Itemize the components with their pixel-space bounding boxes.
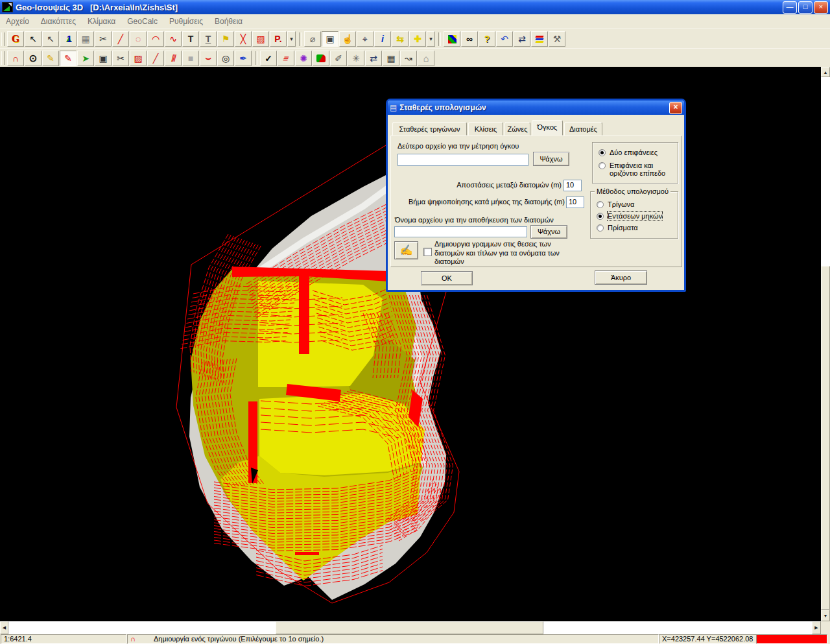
zoom-window-icon[interactable]: ⌖	[357, 31, 374, 47]
minimize-button[interactable]: —	[783, 1, 797, 14]
window-titlebar[interactable]: Geo-Ισουψείς 3D [D:\Arxeia\In\Zishs\St] …	[0, 0, 830, 14]
method-radio-2[interactable]	[597, 224, 604, 232]
toolbar2-handle[interactable]	[1, 51, 5, 65]
second-file-input[interactable]	[397, 154, 528, 166]
dialog-titlebar[interactable]: ▤ Σταθερές υπολογισμών ×	[388, 101, 684, 115]
crosshair-dropdown[interactable]: ▾	[427, 31, 435, 47]
polyline-icon[interactable]: ∿	[165, 31, 182, 47]
colormap-icon[interactable]	[313, 51, 329, 66]
vertical-scroll-thumb[interactable]	[821, 266, 830, 610]
dialog-close-button[interactable]: ×	[669, 102, 682, 114]
pan-hand-icon[interactable]: ☝	[339, 31, 356, 47]
label-flag-icon[interactable]: ⚑	[217, 31, 234, 47]
surface-tool-icon[interactable]: ⚒	[549, 31, 565, 47]
ok-button[interactable]: OK	[421, 271, 473, 285]
info-point-icon[interactable]: i	[374, 31, 391, 47]
menu-archeio[interactable]: Αρχείο	[0, 14, 35, 29]
contour-line-icon[interactable]: ∩	[7, 51, 24, 66]
hatch-area-icon[interactable]: ▨	[252, 31, 269, 47]
zoom-tools-icon[interactable]: ⌀	[304, 31, 321, 47]
vertical-scrollbar[interactable]: ▲ ▼	[821, 67, 830, 621]
scroll-left-button[interactable]: ◀	[0, 621, 8, 634]
swap-layers-icon[interactable]: ⇄	[365, 51, 382, 66]
insect-icon[interactable]: ✺	[295, 51, 312, 66]
contour-pen-icon[interactable]: ✎	[60, 51, 77, 66]
tab-0[interactable]: Σταθερές τριγώνων	[392, 122, 467, 136]
surface-radio-0[interactable]	[599, 149, 606, 156]
triangulate-icon[interactable]: ➤	[77, 51, 94, 66]
zoom-extents-icon[interactable]: ▣	[322, 31, 338, 47]
delete-point-icon[interactable]: ✂	[95, 31, 112, 47]
save-file-input[interactable]	[394, 226, 527, 237]
valley-line-icon[interactable]: ⌣	[200, 51, 217, 66]
method-radio-label-2[interactable]: Πρίσματα	[608, 224, 638, 232]
crosshair-icon[interactable]: ✚	[409, 31, 426, 47]
surface-radio-label-0[interactable]: Δύο επιφάνειες	[610, 149, 658, 156]
hand-draw-button[interactable]: ✍	[394, 241, 418, 259]
tab-ogkos[interactable]: Όγκος	[532, 120, 563, 136]
text-edit-icon[interactable]: T	[200, 31, 217, 47]
draw-line-icon[interactable]: ╱	[112, 31, 129, 47]
menu-klimaka[interactable]: Κλίμακα	[82, 14, 121, 29]
contour-lines3-icon[interactable]: ≡	[278, 51, 294, 66]
find-icon[interactable]: ∞	[461, 31, 478, 47]
slope-line-icon[interactable]: ╱	[147, 51, 164, 66]
scroll-right-button[interactable]: ▶	[812, 621, 821, 634]
text-icon[interactable]: T	[182, 31, 199, 47]
step-move-icon[interactable]: ⇆	[392, 31, 409, 47]
digitize-step-input[interactable]: 10	[566, 197, 584, 208]
camera-view-icon[interactable]: ▣	[95, 51, 112, 66]
point-label-icon[interactable]: P.	[270, 31, 287, 47]
method-radio-0[interactable]	[597, 201, 604, 208]
method-radio-1[interactable]	[597, 213, 604, 220]
surface-stats-icon[interactable]: ▲1	[60, 31, 77, 47]
ink-pen-icon[interactable]: ✒	[235, 51, 252, 66]
visibility-eye-icon[interactable]: ⊙	[25, 51, 42, 66]
distance-input[interactable]: 10	[563, 180, 582, 191]
smooth-curve-icon[interactable]: ↝	[400, 51, 417, 66]
surface-radio-1[interactable]	[599, 162, 606, 169]
menu-rythmiseis[interactable]: Ρυθμίσεις	[163, 14, 209, 29]
measure-line-icon[interactable]: ╳	[235, 31, 252, 47]
cancel-button[interactable]: Άκυρο	[595, 270, 647, 285]
dashed-circle-icon[interactable]: ◌	[130, 31, 147, 47]
create-lines-checkbox[interactable]	[423, 248, 432, 256]
menu-geocalc[interactable]: GeoCalc	[121, 14, 163, 29]
close-button[interactable]: ×	[814, 1, 828, 14]
layers-icon[interactable]	[531, 31, 548, 47]
redraw-icon[interactable]: ⇄	[514, 31, 530, 47]
mesh-net-icon[interactable]: ✳	[348, 51, 364, 66]
apply-check-icon[interactable]: ✓	[260, 51, 277, 66]
hatch-lines-icon[interactable]: ///	[165, 51, 182, 66]
method-radio-label-0[interactable]: Τρίγωνα	[608, 200, 634, 208]
geo-logo-icon[interactable]: G	[7, 31, 24, 47]
menu-diakoptes[interactable]: Διακόπτες	[35, 14, 82, 29]
scroll-up-button[interactable]: ▲	[821, 67, 830, 77]
tab-2[interactable]: Ζώνες	[504, 122, 530, 136]
hatch-zone-icon[interactable]: ▨	[130, 51, 147, 66]
tab-1[interactable]: Κλίσεις	[468, 122, 503, 136]
horizontal-scrollbar[interactable]: ◀ ▶	[0, 621, 821, 634]
surface-radio-label-1[interactable]: Επιφάνεια και οριζόντιο επίπεδο	[610, 161, 674, 177]
cut-triangle-icon[interactable]: ✂	[112, 51, 129, 66]
point-circle-icon[interactable]: ◎	[217, 51, 234, 66]
flat-area-icon[interactable]: ■	[182, 51, 199, 66]
browse-save-file-button[interactable]: Ψάχνω	[530, 225, 567, 239]
browse-second-file-button[interactable]: Ψάχνω	[533, 152, 569, 166]
polygon-icon[interactable]: ⌂	[418, 51, 434, 66]
toolbar1-handle[interactable]	[1, 32, 5, 46]
menu-boitheia[interactable]: Βοήθεια	[209, 14, 248, 29]
tab-4[interactable]: Διατομές	[564, 122, 602, 136]
delete-grid-icon[interactable]: ▦	[383, 51, 399, 66]
undo-icon[interactable]: ↶	[496, 31, 513, 47]
select-icon[interactable]: ↖	[42, 31, 59, 47]
maximize-button[interactable]: □	[798, 1, 812, 14]
pen-tool-icon[interactable]: ✐	[330, 51, 347, 66]
grid-mesh-icon[interactable]: ▦	[77, 31, 94, 47]
point-label-dropdown[interactable]: ▾	[287, 31, 296, 47]
help-icon[interactable]: ?	[479, 31, 495, 47]
palette-icon[interactable]	[444, 31, 460, 47]
horizontal-scroll-thumb[interactable]	[276, 621, 543, 634]
arc-icon[interactable]: ◠	[147, 31, 164, 47]
method-radio-label-1[interactable]: Εντάσεων μηκών	[608, 212, 662, 220]
